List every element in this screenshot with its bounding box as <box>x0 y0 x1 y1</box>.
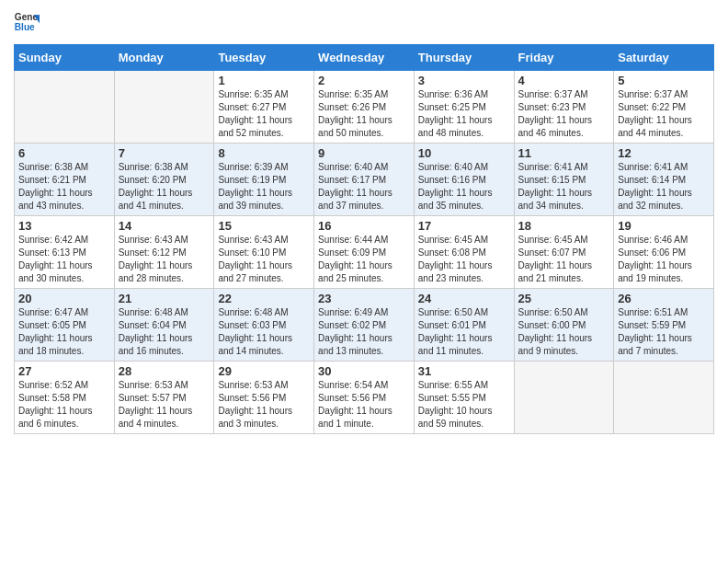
calendar-cell: 31Sunrise: 6:55 AMSunset: 5:55 PMDayligh… <box>414 362 514 434</box>
day-info: Sunrise: 6:54 AMSunset: 5:56 PMDaylight:… <box>318 379 410 431</box>
day-info: Sunrise: 6:45 AMSunset: 6:07 PMDaylight:… <box>518 234 610 285</box>
day-info: Sunrise: 6:35 AMSunset: 6:27 PMDaylight:… <box>218 88 310 140</box>
day-info: Sunrise: 6:38 AMSunset: 6:21 PMDaylight:… <box>18 161 110 213</box>
day-number: 7 <box>119 146 210 160</box>
day-info: Sunrise: 6:47 AMSunset: 6:05 PMDaylight:… <box>18 306 110 358</box>
day-info: Sunrise: 6:48 AMSunset: 6:04 PMDaylight:… <box>119 306 210 358</box>
calendar-cell: 23Sunrise: 6:49 AMSunset: 6:02 PMDayligh… <box>314 289 415 362</box>
calendar-cell: 25Sunrise: 6:50 AMSunset: 6:00 PMDayligh… <box>514 289 614 362</box>
calendar-cell: 1Sunrise: 6:35 AMSunset: 6:27 PMDaylight… <box>214 71 314 144</box>
day-info: Sunrise: 6:53 AMSunset: 5:56 PMDaylight:… <box>218 379 310 431</box>
day-number: 27 <box>18 364 110 378</box>
day-info: Sunrise: 6:37 AMSunset: 6:22 PMDaylight:… <box>618 88 710 140</box>
calendar-cell: 19Sunrise: 6:46 AMSunset: 6:06 PMDayligh… <box>614 216 714 289</box>
calendar-cell: 10Sunrise: 6:40 AMSunset: 6:16 PMDayligh… <box>414 144 514 216</box>
day-number: 23 <box>318 292 410 305</box>
day-info: Sunrise: 6:43 AMSunset: 6:12 PMDaylight:… <box>119 234 210 285</box>
week-row-5: 27Sunrise: 6:52 AMSunset: 5:58 PMDayligh… <box>15 362 714 434</box>
day-number: 12 <box>618 146 710 160</box>
weekday-header-row: SundayMondayTuesdayWednesdayThursdayFrid… <box>15 45 714 71</box>
day-info: Sunrise: 6:44 AMSunset: 6:09 PMDaylight:… <box>318 234 410 285</box>
day-number: 6 <box>18 146 110 160</box>
day-info: Sunrise: 6:50 AMSunset: 6:00 PMDaylight:… <box>518 306 610 358</box>
day-info: Sunrise: 6:46 AMSunset: 6:06 PMDaylight:… <box>618 234 710 285</box>
day-info: Sunrise: 6:40 AMSunset: 6:16 PMDaylight:… <box>418 161 510 213</box>
calendar-cell: 26Sunrise: 6:51 AMSunset: 5:59 PMDayligh… <box>614 289 714 362</box>
weekday-header-friday: Friday <box>514 45 614 71</box>
calendar-cell: 4Sunrise: 6:37 AMSunset: 6:23 PMDaylight… <box>514 71 614 144</box>
calendar-cell: 15Sunrise: 6:43 AMSunset: 6:10 PMDayligh… <box>214 216 314 289</box>
day-number: 14 <box>119 219 210 233</box>
day-info: Sunrise: 6:41 AMSunset: 6:14 PMDaylight:… <box>618 161 710 213</box>
day-info: Sunrise: 6:49 AMSunset: 6:02 PMDaylight:… <box>318 306 410 358</box>
calendar-cell: 2Sunrise: 6:35 AMSunset: 6:26 PMDaylight… <box>314 71 415 144</box>
day-info: Sunrise: 6:45 AMSunset: 6:08 PMDaylight:… <box>418 234 510 285</box>
calendar-cell: 9Sunrise: 6:40 AMSunset: 6:17 PMDaylight… <box>314 144 415 216</box>
day-number: 28 <box>119 364 210 378</box>
day-info: Sunrise: 6:51 AMSunset: 5:59 PMDaylight:… <box>618 306 710 358</box>
day-info: Sunrise: 6:35 AMSunset: 6:26 PMDaylight:… <box>318 88 410 140</box>
day-number: 15 <box>218 219 310 233</box>
calendar-cell: 12Sunrise: 6:41 AMSunset: 6:14 PMDayligh… <box>614 144 714 216</box>
weekday-header-monday: Monday <box>114 45 214 71</box>
day-info: Sunrise: 6:55 AMSunset: 5:55 PMDaylight:… <box>418 379 510 431</box>
calendar-cell: 8Sunrise: 6:39 AMSunset: 6:19 PMDaylight… <box>214 144 314 216</box>
calendar-cell <box>15 71 115 144</box>
calendar-cell: 6Sunrise: 6:38 AMSunset: 6:21 PMDaylight… <box>15 144 115 216</box>
day-number: 20 <box>18 292 110 305</box>
calendar-cell: 5Sunrise: 6:37 AMSunset: 6:22 PMDaylight… <box>614 71 714 144</box>
calendar-cell: 13Sunrise: 6:42 AMSunset: 6:13 PMDayligh… <box>15 216 115 289</box>
logo-icon: General Blue <box>14 9 40 35</box>
calendar-cell: 20Sunrise: 6:47 AMSunset: 6:05 PMDayligh… <box>15 289 115 362</box>
calendar-cell <box>614 362 714 434</box>
day-number: 17 <box>418 219 510 233</box>
day-info: Sunrise: 6:52 AMSunset: 5:58 PMDaylight:… <box>18 379 110 431</box>
day-info: Sunrise: 6:53 AMSunset: 5:57 PMDaylight:… <box>119 379 210 431</box>
weekday-header-thursday: Thursday <box>414 45 514 71</box>
calendar-cell: 16Sunrise: 6:44 AMSunset: 6:09 PMDayligh… <box>314 216 415 289</box>
day-number: 18 <box>518 219 610 233</box>
day-number: 21 <box>119 292 210 305</box>
week-row-2: 6Sunrise: 6:38 AMSunset: 6:21 PMDaylight… <box>15 144 714 216</box>
day-info: Sunrise: 6:42 AMSunset: 6:13 PMDaylight:… <box>18 234 110 285</box>
day-info: Sunrise: 6:38 AMSunset: 6:20 PMDaylight:… <box>119 161 210 213</box>
day-number: 24 <box>418 292 510 305</box>
calendar-cell <box>114 71 214 144</box>
weekday-header-wednesday: Wednesday <box>314 45 415 71</box>
day-info: Sunrise: 6:36 AMSunset: 6:25 PMDaylight:… <box>418 88 510 140</box>
calendar-cell: 3Sunrise: 6:36 AMSunset: 6:25 PMDaylight… <box>414 71 514 144</box>
day-info: Sunrise: 6:39 AMSunset: 6:19 PMDaylight:… <box>218 161 310 213</box>
svg-text:Blue: Blue <box>15 22 35 32</box>
day-number: 19 <box>618 219 710 233</box>
logo: General Blue <box>14 9 40 39</box>
day-number: 22 <box>218 292 310 305</box>
day-number: 2 <box>318 74 410 87</box>
day-number: 8 <box>218 146 310 160</box>
day-info: Sunrise: 6:41 AMSunset: 6:15 PMDaylight:… <box>518 161 610 213</box>
calendar-cell: 17Sunrise: 6:45 AMSunset: 6:08 PMDayligh… <box>414 216 514 289</box>
header: General Blue <box>14 9 714 39</box>
day-number: 16 <box>318 219 410 233</box>
weekday-header-tuesday: Tuesday <box>214 45 314 71</box>
day-number: 10 <box>418 146 510 160</box>
day-info: Sunrise: 6:37 AMSunset: 6:23 PMDaylight:… <box>518 88 610 140</box>
day-number: 1 <box>218 74 310 87</box>
day-number: 26 <box>618 292 710 305</box>
calendar-cell: 30Sunrise: 6:54 AMSunset: 5:56 PMDayligh… <box>314 362 415 434</box>
calendar-cell: 21Sunrise: 6:48 AMSunset: 6:04 PMDayligh… <box>114 289 214 362</box>
day-info: Sunrise: 6:48 AMSunset: 6:03 PMDaylight:… <box>218 306 310 358</box>
calendar-cell: 11Sunrise: 6:41 AMSunset: 6:15 PMDayligh… <box>514 144 614 216</box>
day-number: 30 <box>318 364 410 378</box>
calendar-cell <box>514 362 614 434</box>
day-number: 25 <box>518 292 610 305</box>
day-info: Sunrise: 6:43 AMSunset: 6:10 PMDaylight:… <box>218 234 310 285</box>
weekday-header-sunday: Sunday <box>15 45 115 71</box>
day-number: 31 <box>418 364 510 378</box>
week-row-1: 1Sunrise: 6:35 AMSunset: 6:27 PMDaylight… <box>15 71 714 144</box>
calendar-cell: 27Sunrise: 6:52 AMSunset: 5:58 PMDayligh… <box>15 362 115 434</box>
day-info: Sunrise: 6:40 AMSunset: 6:17 PMDaylight:… <box>318 161 410 213</box>
calendar-cell: 29Sunrise: 6:53 AMSunset: 5:56 PMDayligh… <box>214 362 314 434</box>
day-number: 11 <box>518 146 610 160</box>
week-row-3: 13Sunrise: 6:42 AMSunset: 6:13 PMDayligh… <box>15 216 714 289</box>
day-info: Sunrise: 6:50 AMSunset: 6:01 PMDaylight:… <box>418 306 510 358</box>
